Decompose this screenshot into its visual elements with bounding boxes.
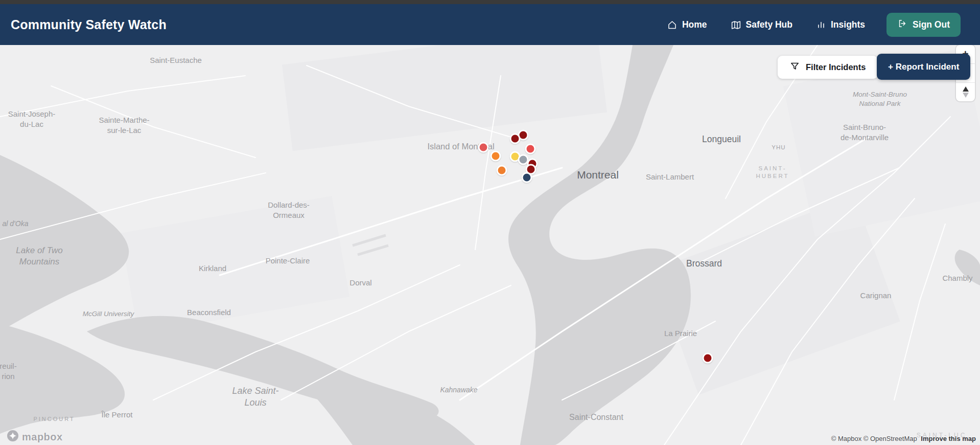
mapbox-pin-icon xyxy=(6,429,19,444)
incident-marker[interactable] xyxy=(491,151,501,162)
home-icon xyxy=(667,19,678,30)
app-header: Community Safety Watch Home Safety Hub xyxy=(0,4,980,45)
funnel-icon xyxy=(790,61,800,73)
compass-button[interactable] xyxy=(956,83,975,101)
app-title: Community Safety Watch xyxy=(11,17,167,32)
attribution-mapbox-link[interactable]: © Mapbox xyxy=(831,435,861,442)
bar-chart-icon xyxy=(816,19,826,30)
report-incident-label: + Report Incident xyxy=(888,62,959,72)
nav-item-safety-hub[interactable]: Safety Hub xyxy=(731,19,792,30)
incident-marker[interactable] xyxy=(510,134,521,144)
report-incident-button[interactable]: + Report Incident xyxy=(877,54,970,80)
nav-item-label: Insights xyxy=(831,19,865,30)
sign-out-label: Sign Out xyxy=(913,19,950,30)
nav-item-label: Safety Hub xyxy=(746,19,792,30)
window-chrome-strip xyxy=(0,0,980,4)
filter-incidents-label: Filter Incidents xyxy=(806,62,866,72)
logout-icon xyxy=(897,18,907,31)
incident-marker[interactable] xyxy=(522,172,532,183)
main-nav: Home Safety Hub Insights xyxy=(667,13,961,37)
community-safety-watch-app: Community Safety Watch Home Safety Hub xyxy=(0,0,980,445)
incident-marker[interactable] xyxy=(703,353,713,364)
nav-item-label: Home xyxy=(682,19,707,30)
map-canvas[interactable]: Saint-EustacheSaint-Joseph- du-LacSainte… xyxy=(0,45,980,445)
filter-incidents-button[interactable]: Filter Incidents xyxy=(778,56,878,79)
attribution-osm-link[interactable]: © OpenStreetMap xyxy=(864,435,917,442)
map-attribution: © Mapbox © OpenStreetMap Improve this ma… xyxy=(831,435,976,442)
incident-marker[interactable] xyxy=(478,142,489,153)
compass-icon xyxy=(963,86,969,98)
map-base-layer xyxy=(0,45,980,445)
improve-this-map-link[interactable]: Improve this map xyxy=(921,435,976,442)
incident-marker[interactable] xyxy=(525,144,536,154)
sign-out-button[interactable]: Sign Out xyxy=(886,13,961,37)
nav-item-insights[interactable]: Insights xyxy=(816,19,865,30)
incident-marker[interactable] xyxy=(497,165,507,176)
mapbox-wordmark: mapbox xyxy=(22,431,63,443)
nav-item-home[interactable]: Home xyxy=(667,19,707,30)
mapbox-logo[interactable]: mapbox xyxy=(6,429,63,444)
map-icon xyxy=(731,19,741,30)
